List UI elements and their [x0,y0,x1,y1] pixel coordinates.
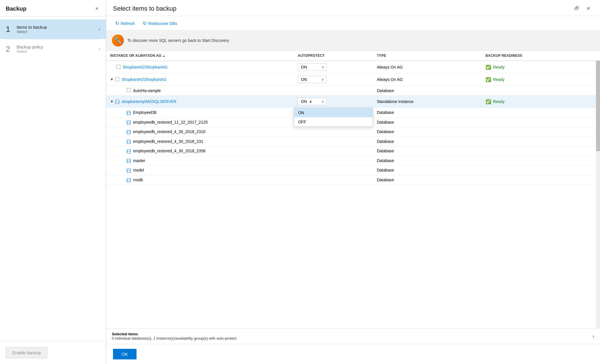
ready-icon: ✅ [486,99,491,104]
refresh-button[interactable]: ↻ Refresh [112,19,138,28]
rediscover-icon: ↻ [143,21,147,26]
refresh-label: Refresh [121,21,135,26]
autoprotect-cell [294,156,373,166]
info-bar: 🔧 To discover more SQL servers go back t… [106,30,600,51]
info-text: To discover more SQL servers go back to … [127,38,229,43]
selected-items-arrow: › [593,333,594,339]
type-cell: Always On AG [373,61,482,73]
instance-cell: ShopkartAG\ShopkartAG [106,61,294,73]
autoprotect-cell: ONOFF [294,73,373,86]
checkbox[interactable]: ✓ [127,129,133,134]
checkbox[interactable]: ✓ [115,99,122,104]
checkbox[interactable] [116,65,123,70]
expand-arrow-icon[interactable]: ▼ [110,100,114,104]
right-panel: Select items to backup 🗗 ✕ ↻ Refresh ↻ R… [106,0,600,364]
type-cell: Database [373,117,482,127]
minimize-button[interactable]: 🗗 [572,5,582,12]
selected-items-info: Selected items 0 individual database(s),… [112,332,236,340]
instance-link[interactable]: ShopkartAG\ShopkartAG [122,77,166,82]
enable-backup-button[interactable]: Enable backup [6,347,47,358]
instance-cell: ✓msdb [106,175,294,185]
dropdown-option-off[interactable]: OFF [294,117,373,126]
instance-cell: ✓employeedb_restored_4_30_2018_2310 [106,127,294,137]
checkbox[interactable]: ✓ [127,178,133,182]
scrollbar-track[interactable] [596,51,600,328]
selected-items-bar: Selected items 0 individual database(s),… [106,328,600,344]
right-header: Select items to backup 🗗 ✕ [106,0,600,16]
wrench-icon: 🔧 [114,37,122,44]
instance-link[interactable]: shopkartemp\MSSQLSERVER [122,99,176,104]
table-row: ✓employeedb_restored_4_30_2018_2356Datab… [106,146,600,156]
autoprotect-cell [294,137,373,146]
table-container: INSTANCE OR ALWAYSON AG AUTOPROTECT TYPE… [106,51,600,328]
type-cell: Database [373,137,482,146]
table-row: ✓modelDatabase [106,166,600,175]
autoprotect-dropdown-trigger[interactable]: ON ∧ [298,98,326,105]
autoprotect-cell [294,146,373,156]
scrollbar-thumb[interactable] [596,54,600,151]
readiness-cell [482,108,600,118]
step-arrow-2: › [99,46,100,52]
dropdown-option-on[interactable]: ON [294,108,373,117]
db-name: employeedb_restored_11_22_2017_2125 [133,120,208,124]
ready-text: Ready [493,77,504,82]
table-row: ✓masterDatabase [106,156,600,166]
step-item-1[interactable]: 1 Items to backup Select › [0,20,106,39]
instance-link[interactable]: ShopkartAG\ShopkartAG [123,65,167,69]
left-header: Backup × [0,0,106,17]
type-cell: Database [373,127,482,137]
step-item-2[interactable]: 2 Backup policy Select › [0,39,106,59]
checkbox[interactable]: ✓ [127,120,133,125]
refresh-icon: ↻ [115,21,119,26]
readiness-cell [482,156,600,166]
checkbox[interactable]: ✓ [127,168,133,173]
autoprotect-select[interactable]: ONOFF [298,76,326,83]
autoprotect-dropdown: ON OFF [294,108,373,127]
autoprotect-select[interactable]: ONOFF [298,63,326,71]
db-name: msdb [133,178,143,182]
instance-cell: ✓employeedb_restored_11_22_2017_2125 [106,117,294,127]
db-name: employeedb_restored_4_30_2018_2310 [133,129,205,134]
db-name: model [133,168,144,172]
rediscover-button[interactable]: ↻ Rediscover DBs [139,19,180,28]
checkbox[interactable]: ✓ [127,149,133,153]
autoprotect-cell [294,166,373,175]
checkbox[interactable]: ✓ [127,139,133,144]
sort-arrow-up-icon [162,54,165,58]
checkbox[interactable] [115,77,122,82]
db-name: master [133,158,145,163]
info-icon: 🔧 [112,34,124,46]
expand-arrow-icon[interactable]: ▼ [110,77,114,81]
col-header-type: TYPE [373,51,482,61]
step-info-2: Backup policy Select [17,44,99,54]
type-cell: Database [373,156,482,166]
autoprotect-select-wrapper: ONOFF [298,76,326,83]
checkbox[interactable]: ✓ [127,158,133,163]
type-cell: Database [373,175,482,185]
instance-cell: ✓model [106,166,294,175]
table-row: ✓employeedb_restored_4_30_2018_2310Datab… [106,127,600,137]
type-cell: Database [373,108,482,118]
instance-cell: AutoHa-sample [106,86,294,96]
type-cell: Database [373,166,482,175]
checkbox[interactable]: ✓ [127,110,133,115]
close-button[interactable]: ✕ [584,5,593,12]
right-panel-title: Select items to backup [113,5,176,12]
ready-text: Ready [493,65,504,69]
ok-button[interactable]: OK [113,349,137,359]
db-name: employeedb_restored_4_30_2018_231 [133,139,203,144]
table-row: ShopkartAG\ShopkartAG ONOFF Always On AG… [106,61,600,73]
col-header-instance[interactable]: INSTANCE OR ALWAYSON AG [106,51,294,61]
autoprotect-select-wrapper: ONOFF [298,63,326,71]
left-panel: Backup × 1 Items to backup Select › 2 Ba… [0,0,106,364]
right-footer: OK [106,344,600,364]
autoprotect-cell: ON ∧ [294,96,373,108]
ready-badge: ✅Ready [486,65,596,70]
autoprotect-cell [294,175,373,185]
type-cell: Database [373,86,482,96]
selected-items-label: Selected items [112,332,236,336]
instance-cell: ▼✓shopkartemp\MSSQLSERVER [106,96,294,108]
step-info-1: Items to backup Select [17,25,99,34]
checkbox[interactable] [127,88,133,93]
left-close-button[interactable]: × [93,5,100,12]
